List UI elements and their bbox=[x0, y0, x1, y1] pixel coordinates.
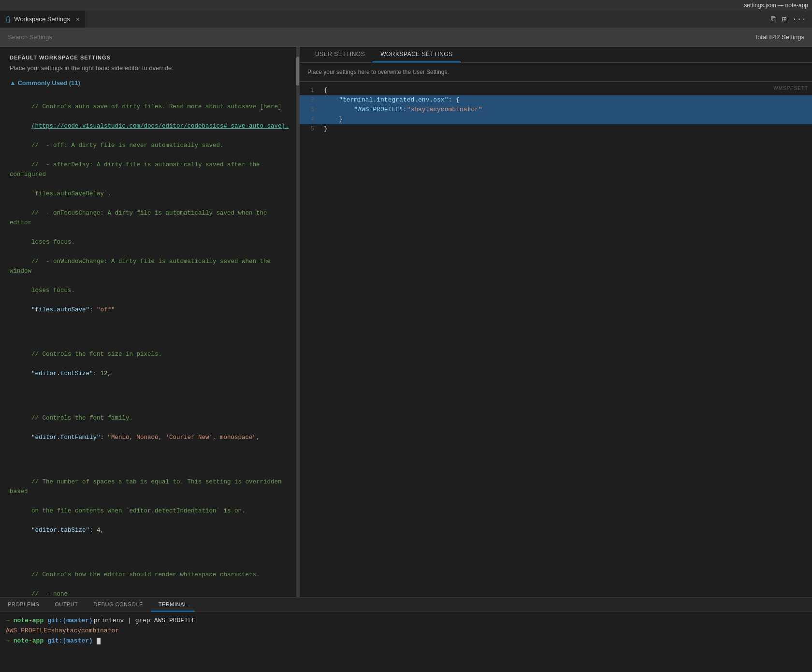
workspace-settings-tab[interactable]: {} Workspace Settings × bbox=[0, 11, 86, 28]
default-settings-title: DEFAULT WORKSPACE SETTINGS bbox=[10, 55, 290, 60]
json-line-3: 3 "AWS_PROFILE":"shaytacycombinator" bbox=[300, 105, 812, 115]
terminal-line-3: → note-app git:(master) bbox=[6, 636, 806, 646]
line-num-1: 1 bbox=[300, 86, 324, 95]
terminal-cursor bbox=[97, 638, 101, 644]
autosave-comment-3: // - off: A dirty file is never automati… bbox=[31, 142, 224, 149]
json-editor[interactable]: WMSPFSETT 1 { 2 "terminal.integrated.env… bbox=[300, 82, 812, 597]
line-content-3: "AWS_PROFILE":"shaytacycombinator" bbox=[324, 105, 812, 115]
tabsize-comment-1: // The number of spaces a tab is equal t… bbox=[10, 479, 285, 495]
term-branch-1: git:(master) bbox=[47, 616, 93, 626]
line-num-5: 5 bbox=[300, 124, 324, 133]
json-line-1: 1 { bbox=[300, 86, 812, 95]
json-line-2: 2 "terminal.integrated.env.osx": { bbox=[300, 95, 812, 105]
json-line-5: 5 } bbox=[300, 124, 812, 134]
autosave-link[interactable]: (https://code.visualstudio.com/docs/edit… bbox=[31, 123, 289, 130]
user-settings-tab[interactable]: USER SETTINGS bbox=[307, 47, 373, 62]
term-app-2: note-app bbox=[14, 636, 44, 646]
panel-tab-debug[interactable]: DEBUG CONSOLE bbox=[86, 598, 150, 612]
tab-actions: ⧉ ⊞ ··· bbox=[771, 11, 812, 28]
panel-tab-terminal[interactable]: TERMINAL bbox=[151, 598, 195, 612]
settings-right-subtitle: Place your settings here to overwrite th… bbox=[300, 63, 812, 82]
settings-code-block: // Controls auto save of dirty files. Re… bbox=[10, 92, 290, 334]
tabsize-code-block: // The number of spaces a tab is equal t… bbox=[10, 467, 290, 555]
right-panel: USER SETTINGS WORKSPACE SETTINGS Place y… bbox=[300, 47, 812, 597]
tab-label: Workspace Settings bbox=[14, 15, 70, 23]
term-command-1: printenv | grep AWS_PROFILE bbox=[94, 616, 196, 626]
line-content-5: } bbox=[324, 124, 812, 134]
autosave-comment-1: // Controls auto save of dirty files. Re… bbox=[31, 103, 282, 110]
workspace-settings-tab-right[interactable]: WORKSPACE SETTINGS bbox=[373, 47, 460, 62]
autosave-comment-7: loses focus. bbox=[31, 239, 75, 246]
autosave-comment-6: // - onFocusChange: A dirty file is auto… bbox=[10, 210, 271, 226]
line-num-4: 4 bbox=[300, 115, 324, 124]
title-bar: settings.json — note-app bbox=[0, 0, 812, 11]
scrollbar[interactable] bbox=[296, 47, 299, 597]
tab-close-button[interactable]: × bbox=[76, 15, 80, 23]
json-line-4: 4 } bbox=[300, 115, 812, 124]
tabsize-value: 4, bbox=[97, 527, 104, 534]
search-bar: Total 842 Settings bbox=[0, 28, 812, 47]
tabsize-key: "editor.tabSize" bbox=[31, 527, 89, 534]
panel-tabs: PROBLEMS OUTPUT DEBUG CONSOLE TERMINAL bbox=[0, 598, 812, 612]
terminal-line-2: AWS_PROFILE=shaytacycombinator bbox=[6, 626, 806, 636]
autosave-comment-5: `files.autoSaveDelay`. bbox=[31, 190, 111, 197]
fontfamily-key: "editor.fontFamily" bbox=[31, 434, 101, 441]
default-settings-subtitle: Place your settings in the right hand si… bbox=[10, 64, 290, 72]
tabsize-comment-2: on the file contents when `editor.detect… bbox=[31, 508, 246, 514]
main-content: DEFAULT WORKSPACE SETTINGS Place your se… bbox=[0, 47, 812, 597]
split-editor-button[interactable]: ⧉ bbox=[771, 15, 776, 24]
renderwhitespace-code-block: // Controls how the editor should render… bbox=[10, 560, 290, 597]
title-bar-text: settings.json — note-app bbox=[744, 2, 808, 9]
line-content-1: { bbox=[324, 86, 812, 95]
commonly-used-section[interactable]: ▲ Commonly Used (11) bbox=[10, 79, 290, 87]
fontfamily-code-block: // Controls the font family. "editor.fon… bbox=[10, 404, 290, 462]
autosave-key: "files.autoSave" bbox=[31, 307, 89, 313]
terminal-line-1: → note-app git:(master) printenv | grep … bbox=[6, 616, 806, 626]
term-arrow-2: → bbox=[6, 636, 10, 646]
fontsize-value: 12, bbox=[101, 370, 112, 377]
autosave-comment-4: // - afterDelay: A dirty file is automat… bbox=[10, 161, 263, 178]
tab-bar: {} Workspace Settings × ⧉ ⊞ ··· bbox=[0, 11, 812, 28]
fontsize-key: "editor.fontSize" bbox=[31, 370, 93, 377]
line-content-2: "terminal.integrated.env.osx": { bbox=[324, 95, 812, 105]
autosave-comment-8: // - onWindowChange: A dirty file is aut… bbox=[10, 258, 275, 275]
fontsize-code-block: // Controls the font size in pixels. "ed… bbox=[10, 340, 290, 398]
terminal-content[interactable]: → note-app git:(master) printenv | grep … bbox=[0, 612, 812, 672]
renderws-comment-2: // - none bbox=[31, 591, 68, 597]
term-output-1: AWS_PROFILE=shaytacycombinator bbox=[6, 626, 119, 636]
autosave-comment-9: loses focus. bbox=[31, 287, 75, 294]
term-branch-2: git:(master) bbox=[47, 636, 93, 646]
line-num-3: 3 bbox=[300, 105, 324, 114]
scroll-thumb[interactable] bbox=[296, 57, 299, 86]
watermark: WMSPFSETT bbox=[773, 86, 808, 91]
bottom-panel: PROBLEMS OUTPUT DEBUG CONSOLE TERMINAL →… bbox=[0, 597, 812, 672]
more-actions-button[interactable]: ··· bbox=[792, 15, 806, 24]
fontfamily-comment: // Controls the font family. bbox=[31, 415, 133, 422]
settings-tabs: USER SETTINGS WORKSPACE SETTINGS bbox=[300, 47, 812, 63]
search-input[interactable] bbox=[8, 33, 754, 41]
fontfamily-value: "Menlo, Monaco, 'Courier New', monospace… bbox=[108, 434, 260, 441]
search-total: Total 842 Settings bbox=[754, 33, 804, 41]
term-app-1: note-app bbox=[14, 616, 44, 626]
layout-button[interactable]: ⊞ bbox=[782, 15, 787, 24]
term-arrow-1: → bbox=[6, 616, 10, 626]
left-panel: DEFAULT WORKSPACE SETTINGS Place your se… bbox=[0, 47, 300, 597]
line-content-4: } bbox=[324, 115, 812, 124]
fontsize-comment: // Controls the font size in pixels. bbox=[31, 351, 162, 358]
line-num-2: 2 bbox=[300, 95, 324, 104]
json-icon: {} bbox=[6, 15, 10, 23]
panel-tab-problems[interactable]: PROBLEMS bbox=[0, 598, 47, 612]
autosave-value: "off" bbox=[97, 307, 115, 313]
renderws-comment-1: // Controls how the editor should render… bbox=[31, 571, 260, 578]
panel-tab-output[interactable]: OUTPUT bbox=[47, 598, 86, 612]
